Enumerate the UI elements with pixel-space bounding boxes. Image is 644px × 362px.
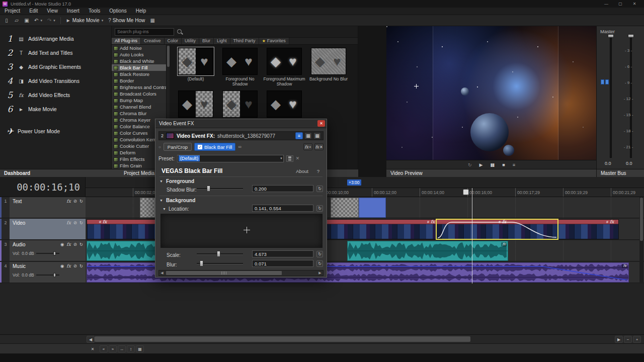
event-fx-icon[interactable]: fx (610, 220, 614, 224)
tab-utility[interactable]: Utility (182, 38, 199, 44)
preset-dropdown[interactable]: (Default) ▾ (177, 155, 284, 162)
fit-horizontal-button[interactable]: ↔ (118, 345, 126, 352)
preset-thumbnail[interactable]: ◆♥ (174, 90, 218, 118)
preset-default[interactable]: ◆♥ (Default) (174, 48, 218, 81)
step-add-video-transitions[interactable]: 4 ◨ Add Video Transitions (6, 74, 79, 87)
about-link[interactable]: About (296, 168, 308, 174)
step-make-movie[interactable]: 6 ► Make Movie (6, 103, 57, 116)
more-icon[interactable]: ↻ (79, 242, 83, 247)
previous-frame-button[interactable]: « (100, 345, 108, 352)
track-name[interactable]: Video (13, 220, 25, 226)
save-project-button[interactable]: ▣ (22, 16, 31, 25)
menu-tools[interactable]: Tools (84, 8, 105, 15)
plugin-item[interactable]: Bump Map (112, 97, 166, 104)
timeline-horizontal-scrollbar[interactable] (95, 336, 470, 342)
text-event[interactable] (359, 198, 386, 218)
track-fx-icon[interactable]: fx (66, 263, 70, 268)
event-pan-crop-icon[interactable]: # (427, 220, 429, 224)
edit-cursor-marker[interactable] (463, 189, 469, 195)
volume-value[interactable]: 0.0 dB (22, 251, 34, 256)
tab-blur[interactable]: Blur (199, 38, 214, 44)
plugin-enabled-checkbox[interactable]: ✓ (198, 145, 202, 149)
undo-button[interactable]: ↶▾ (32, 16, 44, 25)
scroll-left-icon[interactable]: ◀ (159, 270, 165, 276)
time-offset-badge[interactable]: +3:00 (347, 179, 361, 186)
make-movie-button[interactable]: ► Make Movie ▾ (64, 16, 105, 25)
master-fader-left-handle[interactable] (608, 34, 614, 38)
animate-icon[interactable]: ↻ (316, 186, 323, 192)
tab-favorites[interactable]: ★Favorites (259, 38, 289, 44)
plugin-item[interactable]: Chroma Blur (112, 110, 166, 117)
volume-slider[interactable] (36, 253, 59, 254)
plugin-item[interactable]: Broadcast Colors (112, 90, 166, 97)
plugin-item[interactable]: Auto Looks (112, 51, 166, 58)
shadow-blur-value[interactable]: 0.200 (252, 185, 313, 192)
tab-all-plugins[interactable]: All Plug-ins (112, 38, 141, 44)
master-fader-right-handle[interactable] (628, 34, 634, 38)
preset-foreground-no-shadow[interactable]: ◆♥ Foreground No Shadow (218, 48, 262, 86)
layout-grid-button-2[interactable]: ▦ (313, 132, 321, 139)
grid-view-button[interactable]: ▦ (136, 345, 144, 352)
track-fx-icon[interactable]: fx (66, 199, 70, 204)
preset-foreground-maximum-shadow[interactable]: ◆♥ Foreground Maximum Shadow (262, 48, 306, 86)
tab-color[interactable]: Color (165, 38, 182, 44)
track-name[interactable]: Music (13, 263, 26, 269)
tab-master-bus[interactable]: Master Bus (597, 169, 644, 177)
foreground-section-header[interactable]: ▼ Foreground (159, 178, 194, 184)
scale-value[interactable]: 4.673 (252, 250, 313, 257)
playhead-cursor[interactable] (472, 188, 472, 284)
track-fx-icon[interactable]: fx (66, 220, 70, 225)
dialog-scroll-thumb[interactable] (166, 271, 282, 275)
location-pan-area[interactable] (160, 214, 323, 248)
animate-icon[interactable]: ↻ (316, 205, 323, 212)
event-fx-icon[interactable]: fx (431, 220, 435, 224)
blur-value[interactable]: 0.071 (252, 260, 313, 267)
tab-third-party[interactable]: Third Party (230, 38, 259, 44)
pan-crop-button[interactable]: Pan/Crop (164, 143, 192, 151)
plugin-item[interactable]: Black and White (112, 58, 166, 64)
downmix-icon[interactable] (601, 79, 609, 84)
track-header-music[interactable]: 4 Music ◉ fx ⊘ ↻ Vol: 0.0 dB (0, 262, 86, 283)
event-fx-icon[interactable]: fx (103, 220, 107, 224)
animate-icon[interactable]: ↻ (316, 260, 323, 267)
more-icon[interactable]: ↻ (79, 199, 83, 204)
tab-dashboard[interactable]: Dashboard (0, 169, 112, 177)
save-preset-icon[interactable] (286, 155, 293, 162)
menu-view[interactable]: View (42, 8, 62, 15)
next-frame-button[interactable]: » (109, 345, 117, 352)
collapse-triangle-icon[interactable]: ▼ (159, 179, 163, 183)
track-fx-icon[interactable]: fx (66, 242, 70, 247)
close-button[interactable]: ✕ (627, 0, 641, 8)
layout-grid-button[interactable]: ▦ (304, 132, 312, 139)
menu-help[interactable]: Help (131, 8, 151, 15)
background-section-header[interactable]: ▼ Background (159, 198, 195, 203)
volume-value[interactable]: 0.0 dB (22, 273, 34, 278)
remove-fx-button[interactable]: fx✕ (314, 143, 324, 150)
volume-slider[interactable] (36, 275, 59, 276)
delete-button[interactable]: ✕ (89, 345, 97, 352)
tab-video-preview[interactable]: Video Preview (386, 169, 596, 177)
menu-edit[interactable]: Edit (25, 8, 42, 15)
tab-creative[interactable]: Creative (141, 38, 165, 44)
scroll-left-button[interactable]: ◀ (87, 336, 95, 343)
record-arm-icon[interactable]: ◉ (60, 263, 64, 268)
collapse-triangle-icon[interactable]: ▼ (163, 207, 166, 211)
search-icon[interactable] (177, 29, 183, 35)
plugin-item[interactable]: Add Noise (112, 45, 166, 51)
add-fx-button[interactable]: fx+ (303, 143, 312, 150)
search-input[interactable] (115, 28, 174, 36)
preset-thumbnail[interactable]: ◆♥ (218, 90, 262, 118)
timeline-vertical-scrollbar[interactable] (639, 197, 643, 284)
selected-video-event[interactable] (436, 219, 558, 240)
shadow-blur-slider[interactable] (197, 186, 243, 192)
plugin-item[interactable]: Border (112, 77, 166, 84)
scroll-right-icon[interactable]: ▶ (317, 270, 323, 276)
blur-slider[interactable] (197, 260, 243, 266)
step-add-graphic-elements[interactable]: 3 ◆ Add Graphic Elements (6, 60, 81, 73)
record-arm-icon[interactable]: ◉ (60, 242, 64, 247)
help-icon[interactable]: ? (317, 168, 319, 174)
more-icon[interactable]: ↻ (79, 263, 83, 268)
step-add-arrange-media[interactable]: 1 ▤ Add/Arrange Media (6, 32, 73, 45)
preset-thumbnail[interactable]: ◆♥ (262, 90, 306, 118)
undo-dropdown-icon[interactable]: ▾ (40, 19, 42, 23)
